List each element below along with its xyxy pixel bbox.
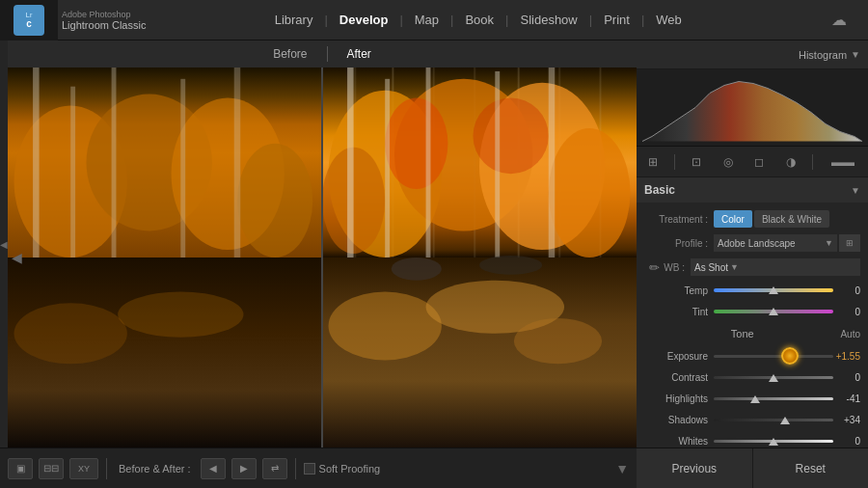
contrast-slider[interactable] <box>714 376 833 379</box>
previous-button[interactable]: Previous <box>637 448 753 488</box>
svg-point-19 <box>322 148 385 254</box>
cloud-sync-icon[interactable]: ☁ <box>831 11 847 29</box>
bottom-bar: ▣ ⊟⊟ XY Before & After : ◀ ▶ ⇄ Soft Proo… <box>0 447 868 488</box>
shadows-row: Shadows +34 <box>644 411 860 428</box>
shadows-slider[interactable] <box>714 419 833 421</box>
nav-map[interactable]: Map <box>403 0 450 41</box>
main-area: ◀ Before After <box>0 41 868 447</box>
profile-value: Adobe Landscape <box>718 238 796 249</box>
svg-rect-11 <box>234 68 241 277</box>
highlights-row: Highlights -41 <box>644 390 860 407</box>
shadows-thumb[interactable] <box>780 417 790 424</box>
contrast-thumb[interactable] <box>769 374 778 382</box>
center-area: Before After <box>8 41 637 447</box>
histogram-label: Histogram <box>637 49 847 61</box>
panel-scroll[interactable]: Basic ▼ Treatment : Color Black & White … <box>637 177 868 447</box>
svg-point-18 <box>549 128 631 258</box>
crop-tool[interactable]: ⊡ <box>686 151 707 173</box>
svg-point-21 <box>473 98 548 175</box>
svg-rect-10 <box>180 79 185 277</box>
before-label[interactable]: Before <box>254 41 326 68</box>
image-header: Before After <box>8 41 637 68</box>
nav-right: ☁ <box>810 11 868 29</box>
toolbar-dropdown-icon[interactable]: ▼ <box>615 461 629 476</box>
reset-button[interactable]: Reset <box>753 448 869 488</box>
profile-select[interactable]: Adobe Landscape ▼ <box>714 234 837 252</box>
image-view: ◀ <box>8 68 637 447</box>
nav-library[interactable]: Library <box>263 0 325 41</box>
before-after-prev-icon[interactable]: ◀ <box>201 458 226 479</box>
whites-value: 0 <box>833 436 860 447</box>
exposure-slider[interactable] <box>714 355 833 358</box>
nav-web[interactable]: Web <box>644 0 693 41</box>
auto-button[interactable]: Auto <box>840 329 860 339</box>
bw-button[interactable]: Black & White <box>754 210 829 228</box>
whites-thumb[interactable] <box>769 438 778 446</box>
after-label[interactable]: After <box>328 41 391 68</box>
eyedropper-icon[interactable]: ✏ <box>644 258 664 277</box>
temp-value: 0 <box>833 285 860 296</box>
svg-rect-28 <box>549 68 556 277</box>
before-after-next-icon[interactable]: ▶ <box>231 458 257 479</box>
exposure-row: Exposure +1.55 <box>644 347 860 365</box>
nav-develop[interactable]: Develop <box>328 0 400 41</box>
contrast-label: Contrast <box>644 372 714 383</box>
graduated-filter-tool[interactable]: ◑ <box>780 151 801 173</box>
tint-thumb[interactable] <box>769 308 778 315</box>
highlights-thumb[interactable] <box>750 395 760 403</box>
svg-point-30 <box>329 291 442 360</box>
grid-view-icon[interactable]: ⊞ <box>642 151 664 173</box>
forest-svg-after <box>322 68 637 447</box>
tone-header-row: Tone Auto <box>644 324 860 343</box>
before-after-swap-icon[interactable]: ⇄ <box>262 458 287 479</box>
view-compare-icon[interactable]: ⊟⊟ <box>39 458 64 479</box>
view-single-icon[interactable]: ▣ <box>8 458 33 479</box>
treatment-row: Treatment : Color Black & White <box>644 208 860 230</box>
highlights-slider[interactable] <box>714 397 833 400</box>
nav-print[interactable]: Print <box>592 0 641 41</box>
view-xy-icon[interactable]: XY <box>69 458 98 479</box>
soft-proofing-row: Soft Proofing <box>304 463 381 474</box>
app-title-area: Adobe Photoshop Lightroom Classic <box>58 10 146 31</box>
exposure-thumb[interactable] <box>781 347 799 365</box>
color-button[interactable]: Color <box>714 210 752 228</box>
spot-removal-tool[interactable]: ◎ <box>718 151 739 173</box>
nav-book[interactable]: Book <box>453 0 505 41</box>
tint-value: 0 <box>833 307 860 317</box>
svg-rect-8 <box>70 87 75 277</box>
tint-slider[interactable] <box>714 310 833 313</box>
wb-select[interactable]: As Shot ▼ <box>691 258 860 276</box>
svg-rect-27 <box>495 71 500 277</box>
histogram-header: Histogram ▼ <box>637 41 868 69</box>
whites-slider[interactable] <box>714 440 833 443</box>
toolbar-options: ▼ <box>615 461 629 476</box>
basic-section-header[interactable]: Basic ▼ <box>637 177 868 203</box>
nav-slideshow[interactable]: Slideshow <box>508 0 588 41</box>
highlights-value: -41 <box>833 393 860 404</box>
before-after-divider <box>321 68 323 447</box>
temp-thumb[interactable] <box>769 286 778 294</box>
svg-rect-9 <box>112 68 117 277</box>
contrast-value: 0 <box>833 372 860 383</box>
svg-point-32 <box>514 318 602 364</box>
basic-title: Basic <box>644 183 675 197</box>
range-slider-icon[interactable]: ▬▬ <box>824 151 862 173</box>
soft-proofing-checkbox[interactable] <box>304 463 315 474</box>
wb-row: ✏ WB : As Shot ▼ <box>644 257 860 278</box>
before-after-label: Before & After : <box>115 463 195 474</box>
histogram-chart <box>642 73 862 142</box>
temp-slider[interactable] <box>714 288 833 292</box>
histogram-expand-icon[interactable]: ▼ <box>851 49 860 60</box>
profile-grid-icon[interactable]: ⊞ <box>839 234 860 252</box>
shadows-value: +34 <box>833 415 860 425</box>
image-after <box>322 68 637 447</box>
temp-label: Temp <box>644 285 714 296</box>
svg-point-14 <box>118 291 243 337</box>
left-panel-toggle[interactable]: ◀ <box>0 41 8 447</box>
tone-label: Tone <box>644 328 840 339</box>
contrast-row: Contrast 0 <box>644 368 860 386</box>
red-eye-tool[interactable]: ◻ <box>748 151 770 173</box>
logo-company-initial: Lr <box>26 12 33 18</box>
histogram-area <box>637 69 868 147</box>
logo-letter: c <box>26 18 32 29</box>
